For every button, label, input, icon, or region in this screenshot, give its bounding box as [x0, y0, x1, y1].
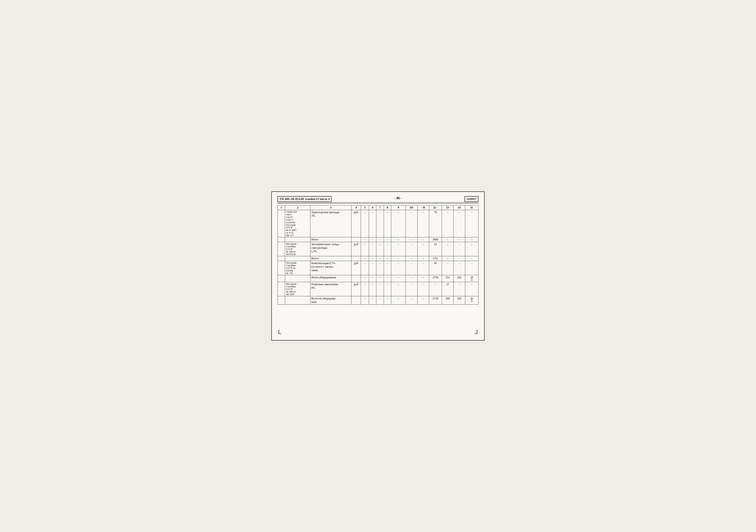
cell-r8-c14: I28	[453, 296, 465, 305]
cell-r5-c12: I8	[429, 261, 442, 275]
cell-r4-c3: Итого	[310, 256, 351, 261]
cell-r3-c14: –	[453, 242, 465, 256]
cell-r1-c4: руб	[351, 210, 361, 237]
cell-r4-c4	[351, 256, 361, 261]
cell-r4-c10: –	[406, 256, 417, 261]
cell-r3-c9: –	[391, 242, 406, 256]
cell-r3-c4: руб	[351, 242, 361, 256]
doc-title: ТП 409–28–053.89 Альбом I3 часть 4	[278, 196, 332, 202]
cell-r1-c14: –	[453, 210, 465, 237]
col-header-4: 4	[351, 205, 361, 210]
cell-r7-c7: –	[376, 282, 384, 296]
cell-r5-c1	[278, 261, 285, 275]
cell-r1-c9: –	[391, 210, 406, 237]
cell-r3-c8: –	[384, 242, 391, 256]
cell-r3-c6: –	[369, 242, 376, 256]
cell-r6-c7: –	[376, 275, 384, 282]
cell-r7-c12: –	[429, 282, 442, 296]
cell-r6-c10: –	[406, 275, 417, 282]
col-header-2: 2	[285, 205, 310, 210]
table-row-itogo-2: Итого – – – – – – – 27I2 – . –	[278, 256, 478, 261]
cell-r5-c15: –	[465, 261, 478, 275]
cell-r2-c2	[285, 237, 310, 242]
cell-r7-c3: Плановые накопления8%	[310, 282, 351, 296]
cell-r8-c1	[278, 296, 285, 305]
cell-r8-c8: –	[384, 296, 391, 305]
cell-r2-c10: –	[406, 237, 417, 242]
cell-r8-c10: –	[406, 296, 417, 305]
cell-r8-c4	[351, 296, 361, 305]
cell-r5-c8: –	[384, 261, 391, 275]
table-header-row: I 2 3 4 5 6 7 8 9 IO · II I2 · I3 I4 I5	[278, 205, 478, 210]
cell-r7-c15: –	[465, 282, 478, 296]
cell-r3-c11: –	[417, 242, 429, 256]
cell-r1-c5: –	[361, 210, 369, 237]
col-header-1: I	[278, 205, 285, 210]
cell-r4-c11: –	[417, 256, 429, 261]
cell-r8-c13: 360	[442, 296, 453, 305]
col-header-7: 7	[376, 205, 384, 210]
cell-r3-c15: –	[465, 242, 478, 256]
cell-r2-c14: –	[453, 237, 465, 242]
cell-r6-c11: –	[417, 275, 429, 282]
cell-r8-c11: –	[417, 296, 429, 305]
page-header: ТП 409–28–053.89 Альбом I3 часть 4 - 86 …	[278, 196, 478, 203]
cell-r6-c15: 269	[465, 275, 478, 282]
table-row-itogo-1: Итого – – – – – – – 2680 – – –	[278, 237, 478, 242]
cell-r1-c1	[278, 210, 285, 237]
cell-r7-c11: –	[417, 282, 429, 296]
cell-r8-c9: –	[391, 296, 406, 305]
document-page: ТП 409–28–053.89 Альбом I3 часть 4 - 86 …	[271, 191, 485, 341]
cell-r2-c3: Итого	[310, 237, 351, 242]
cell-r7-c9: –	[391, 282, 406, 296]
cell-r6-c12: 2730	[429, 275, 442, 282]
cell-r1-c12: 78	[429, 210, 442, 237]
cell-r4-c9: –	[391, 256, 406, 261]
table-row-total-equipment: Всего по оборудова–нию – – – – – – – 273…	[278, 296, 478, 305]
cell-r1-c2: СНиП чIУтом Iстр.33техн.ч.и указан.Госст…	[285, 210, 310, 237]
cell-r6-c4	[351, 275, 361, 282]
cell-r8-c2	[285, 296, 310, 305]
cell-r5-c14: –	[453, 261, 465, 275]
cell-r6-c13: 333	[442, 275, 453, 282]
cell-r4-c2	[285, 256, 310, 261]
col-header-11: · II	[417, 205, 429, 210]
cell-r8-c7: –	[376, 296, 384, 305]
col-header-3: 3	[310, 205, 351, 210]
corner-bracket-bottom-left: └	[277, 330, 281, 337]
cell-r4-c12: 27I2	[429, 256, 442, 261]
cell-r3-c10: –	[406, 242, 417, 256]
cell-r3-c12: 32	[429, 242, 442, 256]
cell-r5-c4: руб	[351, 261, 361, 275]
cell-r2-c9: –	[391, 237, 406, 242]
cell-r5-c6: –	[369, 261, 376, 275]
cell-r6-c5: –	[361, 275, 369, 282]
table-row-itogo-equipment: Итого оборудования – – – – – – – 2730 33…	[278, 275, 478, 282]
table-row: Постанов.Сов.Мин.СССР№ 249 от28.3.83г Пл…	[278, 282, 478, 296]
cell-r7-c13: 27	[442, 282, 453, 296]
cell-r4-c7: –	[376, 256, 384, 261]
cell-r2-c4	[351, 237, 361, 242]
cell-r1-c10: –	[406, 210, 417, 237]
cell-r1-c11: –	[417, 210, 429, 237]
cell-r1-c15: –	[465, 210, 478, 237]
cell-r4-c15: –	[465, 256, 478, 261]
cell-r5-c10: –	[406, 261, 417, 275]
cell-r3-c5: –	[361, 242, 369, 256]
col-header-6: 6	[369, 205, 376, 210]
cell-r4-c6: –	[369, 256, 376, 261]
cell-r1-c3: Транспортные расходы3%	[310, 210, 351, 237]
cell-r7-c14: –	[453, 282, 465, 296]
col-header-13: I3	[442, 205, 453, 210]
cell-r5-c7: –	[376, 261, 384, 275]
table-row: Постанов.Сов.Мин.СССР№ 249 от28.03.83г З…	[278, 242, 478, 256]
cell-r8-c15: 269	[465, 296, 478, 305]
cell-r7-c4: руб	[351, 282, 361, 296]
cell-r3-c3: Заготовительно–склад–ские расходыI,2%	[310, 242, 351, 256]
cell-r2-c12: 2680	[429, 237, 442, 242]
cell-r6-c9: –	[391, 275, 406, 282]
cell-r2-c1	[278, 237, 285, 242]
cell-r8-c6: –	[369, 296, 376, 305]
cell-r8-c12: 2730	[429, 296, 442, 305]
cell-r6-c3: Итого оборудования	[310, 275, 351, 282]
